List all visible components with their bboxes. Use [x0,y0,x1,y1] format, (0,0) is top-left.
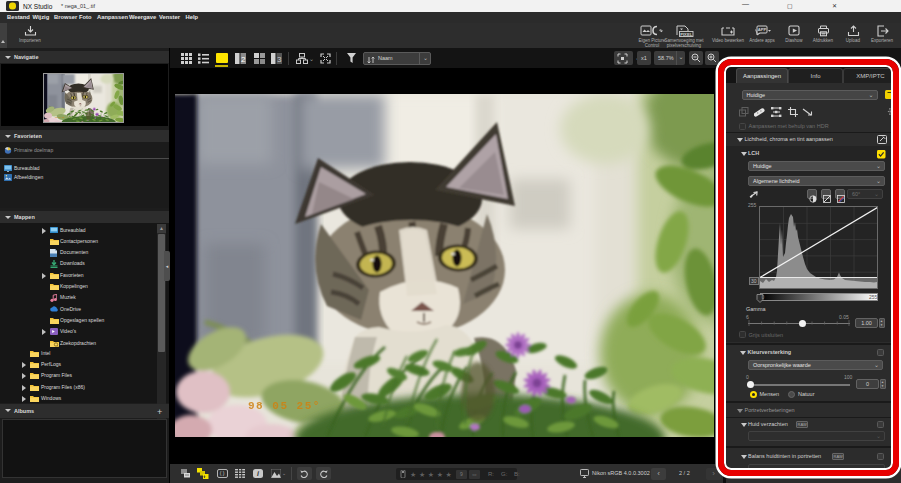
svg-text:PIXEL: PIXEL [680,32,693,37]
svg-text:2: 2 [241,55,246,64]
svg-text:3: 3 [277,55,282,64]
svg-text:APP: APP [757,27,766,32]
